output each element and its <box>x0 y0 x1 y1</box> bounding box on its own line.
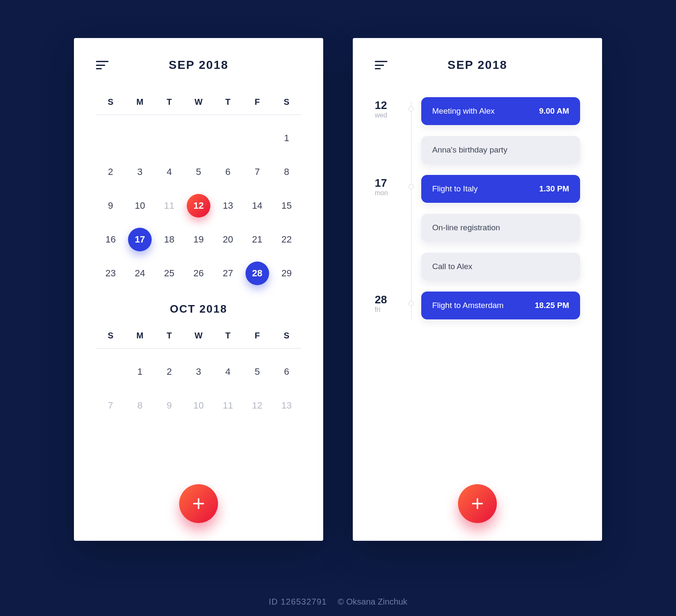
agenda-date: 12wed <box>375 97 409 119</box>
event-card[interactable]: Anna's birthday party <box>421 136 580 164</box>
timeline-line <box>411 101 412 319</box>
week-row: 23242526272829 <box>96 261 301 286</box>
calendar-day[interactable]: 6 <box>213 160 243 184</box>
calendar-day[interactable]: 11 <box>155 194 184 218</box>
week-row: 2345678 <box>96 160 301 184</box>
calendar-day[interactable]: 11 <box>213 393 243 418</box>
calendar-day[interactable]: 12 <box>243 393 272 418</box>
weekday-label: T <box>155 97 184 107</box>
event-time: 1.30 PM <box>539 184 569 194</box>
watermark-author: © Oksana Zinchuk <box>338 597 407 606</box>
calendar-day[interactable]: 10 <box>184 393 213 418</box>
calendar-day[interactable]: 14 <box>243 194 272 218</box>
agenda-slot: Anna's birthday party <box>375 136 580 164</box>
add-event-button[interactable] <box>179 484 218 523</box>
calendar-day[interactable]: 5 <box>243 360 272 384</box>
calendar-day <box>243 126 272 150</box>
calendar-day[interactable]: 9 <box>96 194 125 218</box>
plus-icon <box>191 496 206 511</box>
calendar-day[interactable]: 29 <box>272 261 301 286</box>
calendar-day[interactable]: 22 <box>272 227 301 252</box>
day-marker: 28 <box>245 262 269 285</box>
timeline-node <box>409 106 414 112</box>
calendar-day[interactable]: 13 <box>272 393 301 418</box>
calendar-day[interactable]: 4 <box>213 360 243 384</box>
calendar-day[interactable]: 28 <box>243 261 272 286</box>
calendar-day[interactable]: 2 <box>96 160 125 184</box>
calendar-day <box>96 126 125 150</box>
month-block: SMTWTFS123456789101112131415161718192021… <box>96 97 301 286</box>
week-row: 16171819202122 <box>96 227 301 252</box>
calendar-day[interactable]: 26 <box>184 261 213 286</box>
calendar-day[interactable]: 7 <box>96 393 125 418</box>
calendar-day[interactable]: 27 <box>213 261 243 286</box>
plus-icon <box>470 496 485 511</box>
day-marker: 12 <box>187 194 210 218</box>
agenda-slot: On-line registration <box>375 214 580 242</box>
weekday-header: SMTWTFS <box>96 331 301 349</box>
agenda-date <box>375 136 409 139</box>
calendar-day[interactable]: 17 <box>125 227 154 252</box>
calendar-day[interactable]: 4 <box>155 160 184 184</box>
screen-title: SEP 2018 <box>375 58 580 72</box>
event-card[interactable]: Flight to Amsterdam18.25 PM <box>421 292 580 319</box>
calendar-day[interactable]: 20 <box>213 227 243 252</box>
calendar-day[interactable]: 23 <box>96 261 125 286</box>
event-card[interactable]: Meeting with Alex9.00 AM <box>421 97 580 125</box>
calendar-day[interactable]: 8 <box>125 393 154 418</box>
calendar-day <box>213 126 243 150</box>
calendar-day[interactable]: 3 <box>184 360 213 384</box>
calendar-day <box>125 126 154 150</box>
weekday-label: W <box>184 97 213 107</box>
calendar-day[interactable]: 1 <box>272 126 301 150</box>
weekday-label: S <box>96 331 125 341</box>
agenda-slot: 28friFlight to Amsterdam18.25 PM <box>375 292 580 319</box>
event-title: On-line registration <box>432 223 500 232</box>
calendar-day[interactable]: 21 <box>243 227 272 252</box>
calendar-day[interactable]: 2 <box>155 360 184 384</box>
calendar-day[interactable]: 24 <box>125 261 154 286</box>
month-block: OCT 2018SMTWTFS12345678910111213 <box>96 303 301 418</box>
add-event-button[interactable] <box>458 484 497 523</box>
calendar-day[interactable]: 5 <box>184 160 213 184</box>
calendar-day[interactable]: 25 <box>155 261 184 286</box>
agenda-day-name: fri <box>375 306 409 313</box>
weekday-label: W <box>184 331 213 341</box>
calendar-day[interactable]: 9 <box>155 393 184 418</box>
calendar-day[interactable]: 13 <box>213 194 243 218</box>
calendar-day[interactable]: 1 <box>125 360 154 384</box>
calendar-day[interactable]: 6 <box>272 360 301 384</box>
calendar-day[interactable]: 16 <box>96 227 125 252</box>
calendar-day[interactable]: 18 <box>155 227 184 252</box>
event-card[interactable]: Flight to Italy1.30 PM <box>421 175 580 203</box>
calendar-screen: SEP 2018 SMTWTFS123456789101112131415161… <box>74 38 323 541</box>
weekday-label: M <box>125 331 154 341</box>
agenda-screen: SEP 2018 12wedMeeting with Alex9.00 AMAn… <box>353 38 602 541</box>
event-card[interactable]: On-line registration <box>421 214 580 242</box>
event-time: 9.00 AM <box>539 106 569 116</box>
calendar-day[interactable]: 3 <box>125 160 154 184</box>
calendar-day[interactable]: 19 <box>184 227 213 252</box>
agenda-date: 17mon <box>375 175 409 197</box>
event-title: Call to Alex <box>432 262 472 271</box>
calendar-day[interactable]: 12 <box>184 194 213 218</box>
timeline-node <box>409 301 414 306</box>
agenda-day-name: wed <box>375 112 409 119</box>
weekday-label: S <box>272 97 301 107</box>
weekday-label: F <box>243 331 272 341</box>
agenda-date <box>375 253 409 255</box>
calendar-day[interactable]: 8 <box>272 160 301 184</box>
week-row: 9101112131415 <box>96 194 301 218</box>
week-row: 78910111213 <box>96 393 301 418</box>
agenda-date: 28fri <box>375 292 409 313</box>
calendar-day[interactable]: 7 <box>243 160 272 184</box>
calendar-day[interactable]: 15 <box>272 194 301 218</box>
agenda-day-name: mon <box>375 189 409 197</box>
agenda-slot: 12wedMeeting with Alex9.00 AM <box>375 97 580 125</box>
agenda-day-number: 12 <box>375 100 409 111</box>
event-title: Meeting with Alex <box>432 106 495 116</box>
agenda-day-number: 28 <box>375 294 409 305</box>
calendar-day[interactable]: 10 <box>125 194 154 218</box>
agenda-day-number: 17 <box>375 177 409 188</box>
event-card[interactable]: Call to Alex <box>421 253 580 281</box>
